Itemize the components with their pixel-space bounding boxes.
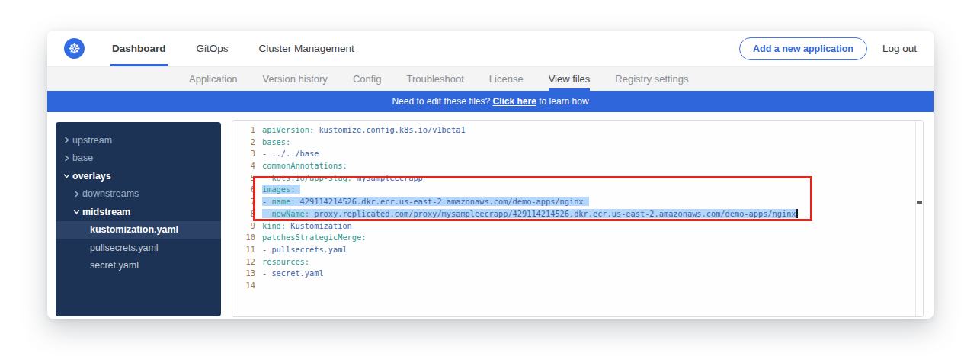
- tab-license[interactable]: License: [489, 67, 524, 91]
- tree-folder-downstreams[interactable]: downstreams: [56, 185, 221, 204]
- nav-gitops[interactable]: GitOps: [195, 31, 230, 66]
- add-application-button[interactable]: Add a new application: [739, 37, 867, 60]
- code-line-4[interactable]: 4commonAnnotations:: [232, 160, 923, 172]
- tree-file-pullsecrets-yaml[interactable]: pullsecrets.yaml: [56, 239, 221, 257]
- code-line-text: bases:: [255, 137, 290, 149]
- tree-file-kustomization-yaml[interactable]: kustomization.yaml: [56, 221, 221, 239]
- kubernetes-logo-icon: ☸: [64, 38, 85, 59]
- chevron-right-icon: [73, 191, 82, 198]
- editor-scrollbar[interactable]: [915, 121, 923, 316]
- code-line-text: - name: 429114214526.dkr.ecr.us-east-2.a…: [255, 196, 589, 208]
- app-tab-bar: ApplicationVersion historyConfigTroubles…: [47, 67, 934, 91]
- chevron-down-icon: [73, 208, 82, 215]
- chevron-down-icon: [63, 172, 72, 179]
- tree-item-label: upstream: [72, 135, 112, 146]
- code-lines: 1apiVersion: kustomize.config.k8s.io/v1b…: [232, 121, 923, 292]
- code-line-text: - ../../base: [255, 148, 319, 160]
- code-line-text: apiVersion: kustomize.config.k8s.io/v1be…: [255, 124, 466, 137]
- code-line-3[interactable]: 3- ../../base: [232, 148, 923, 160]
- top-nav: ☸ DashboardGitOpsCluster Management Add …: [47, 31, 934, 67]
- tree-item-label: downstreams: [82, 188, 139, 199]
- code-line-text: - pullsecrets.yaml: [255, 244, 347, 256]
- tab-application[interactable]: Application: [189, 67, 238, 91]
- line-number: 11: [232, 244, 255, 256]
- code-line-13[interactable]: 13- secret.yaml: [232, 268, 923, 280]
- tree-item-label: base: [72, 153, 93, 163]
- code-line-2[interactable]: 2bases:: [232, 137, 923, 149]
- code-line-1[interactable]: 1apiVersion: kustomize.config.k8s.io/v1b…: [232, 124, 923, 137]
- code-line-text: newName: proxy.replicated.com/proxy/mysa…: [255, 208, 798, 220]
- tree-item-label: pullsecrets.yaml: [90, 243, 159, 253]
- line-number: 10: [232, 232, 255, 244]
- code-editor[interactable]: 1apiVersion: kustomize.config.k8s.io/v1b…: [232, 120, 924, 317]
- page: ☸ DashboardGitOpsCluster Management Add …: [0, 0, 980, 363]
- line-number: 2: [232, 137, 255, 149]
- line-number: 7: [232, 196, 255, 208]
- tab-troubleshoot[interactable]: Troubleshoot: [406, 67, 463, 91]
- code-line-7[interactable]: 7- name: 429114214526.dkr.ecr.us-east-2.…: [232, 196, 923, 208]
- tree-item-label: overlays: [72, 171, 111, 182]
- code-line-5[interactable]: 5 kots.io/app-slug: mysampleecrapp: [232, 172, 923, 185]
- tree-item-label: secret.yaml: [90, 260, 139, 271]
- scrollbar-thumb[interactable]: [917, 201, 922, 204]
- line-number: 1: [232, 124, 255, 137]
- code-line-6[interactable]: 6images:: [232, 184, 923, 196]
- banner-text-prefix: Need to edit these files?: [392, 96, 490, 107]
- chevron-right-icon: [63, 155, 72, 162]
- code-line-text: [255, 280, 262, 292]
- nav-cluster-management[interactable]: Cluster Management: [258, 31, 356, 66]
- line-number: 13: [232, 268, 255, 280]
- code-line-text: resources:: [255, 256, 309, 268]
- app-window: ☸ DashboardGitOpsCluster Management Add …: [47, 31, 934, 319]
- tab-registry-settings[interactable]: Registry settings: [615, 67, 688, 91]
- tree-folder-midstream[interactable]: midstream: [56, 203, 221, 221]
- edit-files-banner: Need to edit these files? Click here to …: [47, 91, 934, 112]
- line-number: 6: [232, 184, 255, 196]
- code-line-text: patchesStrategicMerge:: [255, 232, 366, 244]
- line-number: 14: [232, 280, 255, 292]
- main-nav: DashboardGitOpsCluster Management: [110, 31, 383, 66]
- code-line-text: images:: [255, 184, 300, 196]
- line-number: 4: [232, 160, 255, 172]
- line-number: 12: [232, 256, 255, 268]
- tree-folder-upstream[interactable]: upstream: [56, 131, 221, 149]
- line-number: 3: [232, 148, 255, 160]
- code-line-text: kind: Kustomization: [255, 220, 352, 233]
- tree-file-secret-yaml[interactable]: secret.yaml: [56, 257, 221, 275]
- banner-text-suffix: to learn how: [539, 96, 588, 107]
- code-line-text: kots.io/app-slug: mysampleecrapp: [255, 172, 423, 185]
- tab-config[interactable]: Config: [353, 67, 382, 91]
- file-tree: upstreambaseoverlaysdownstreamsmidstream…: [56, 122, 221, 316]
- tab-view-files[interactable]: View files: [549, 67, 591, 91]
- tree-item-label: kustomization.yaml: [90, 224, 178, 235]
- view-files-content: upstreambaseoverlaysdownstreamsmidstream…: [47, 112, 934, 319]
- tab-version-history[interactable]: Version history: [263, 67, 328, 91]
- click-here-link[interactable]: Click here: [493, 96, 536, 107]
- text-cursor: [796, 209, 798, 218]
- tree-folder-overlays[interactable]: overlays: [56, 167, 221, 185]
- code-line-9[interactable]: 9kind: Kustomization: [232, 220, 923, 233]
- line-number: 8: [232, 208, 255, 220]
- chevron-right-icon: [63, 137, 72, 143]
- code-line-text: commonAnnotations:: [255, 160, 347, 172]
- logout-link[interactable]: Log out: [882, 43, 917, 54]
- code-line-8[interactable]: 8 newName: proxy.replicated.com/proxy/my…: [232, 208, 923, 220]
- line-number: 9: [232, 220, 255, 233]
- code-line-12[interactable]: 12resources:: [232, 256, 923, 268]
- tree-item-label: midstream: [82, 207, 130, 217]
- code-line-11[interactable]: 11- pullsecrets.yaml: [232, 244, 923, 256]
- tree-folder-base[interactable]: base: [56, 149, 221, 168]
- nav-dashboard[interactable]: Dashboard: [110, 31, 168, 66]
- code-line-10[interactable]: 10patchesStrategicMerge:: [232, 232, 923, 244]
- code-line-text: - secret.yaml: [255, 268, 324, 280]
- top-nav-right: Add a new application Log out: [739, 31, 917, 66]
- code-line-14[interactable]: 14: [232, 280, 923, 292]
- line-number: 5: [232, 172, 255, 185]
